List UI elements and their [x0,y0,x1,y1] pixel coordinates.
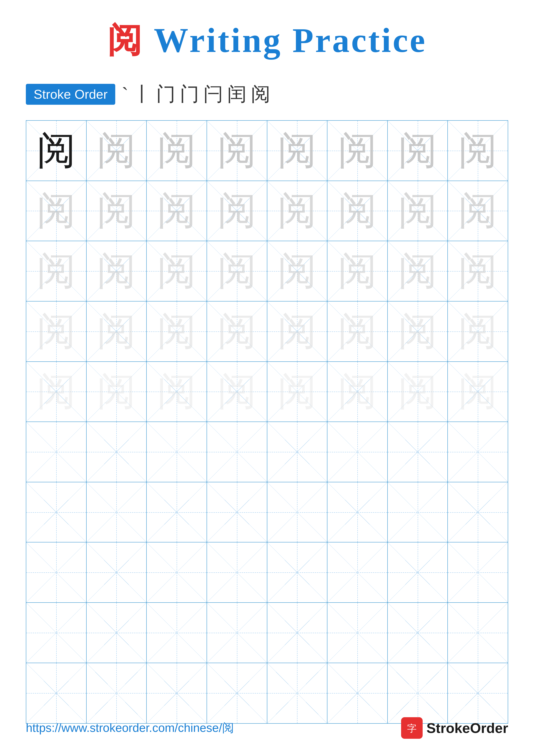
practice-char: 阅 [458,312,497,351]
grid-cell[interactable] [327,542,388,603]
grid-cell[interactable]: 阅 [448,181,508,241]
practice-char: 阅 [458,372,497,411]
practice-char: 阅 [37,312,76,351]
grid-cell[interactable] [267,422,328,482]
grid-cell[interactable]: 阅 [448,121,508,181]
grid-cell[interactable]: 阅 [207,302,267,362]
practice-char: 阅 [278,372,317,411]
grid-cell[interactable]: 阅 [327,241,388,302]
grid-cell[interactable]: 阅 [327,121,388,181]
grid-cell[interactable]: 阅 [448,302,508,362]
grid-cell[interactable]: 阅 [147,181,207,241]
grid-cell[interactable]: 阅 [147,241,207,302]
grid-cell[interactable]: 阅 [207,241,267,302]
grid-cell[interactable] [207,422,267,482]
grid-cell[interactable]: 阅 [87,181,147,241]
grid-cell[interactable] [267,603,328,663]
grid-cell[interactable] [267,542,328,603]
grid-cell[interactable]: 阅 [327,181,388,241]
grid-cell[interactable] [388,663,448,723]
practice-char: 阅 [217,131,256,170]
grid-cell[interactable]: 阅 [267,302,328,362]
grid-cell[interactable] [448,603,508,663]
grid-cell[interactable]: 阅 [267,121,328,181]
grid-cell[interactable] [448,482,508,543]
grid-cell[interactable] [26,542,87,603]
practice-char: 阅 [338,252,377,290]
practice-char: 阅 [217,372,256,411]
grid-cell[interactable]: 阅 [327,302,388,362]
stroke-4: 门 [180,81,199,107]
grid-cell[interactable]: 阅 [388,241,448,302]
grid-cell[interactable]: 阅 [207,362,267,422]
practice-char: 阅 [157,252,196,290]
stroke-sequence: ` 丨 门 门 闩 闰 阅 [122,81,270,107]
grid-cell[interactable] [207,482,267,543]
grid-row-9 [26,603,508,663]
grid-cell[interactable] [87,422,147,482]
grid-cell[interactable] [207,663,267,723]
footer: https://www.strokeorder.com/chinese/阅 字 … [26,717,508,739]
grid-cell[interactable]: 阅 [388,181,448,241]
grid-cell[interactable] [147,663,207,723]
grid-cell[interactable] [327,663,388,723]
grid-cell[interactable]: 阅 [26,121,87,181]
grid-cell[interactable] [147,482,207,543]
footer-brand-name: StrokeOrder [426,720,508,736]
stroke-7: 阅 [251,81,270,107]
grid-cell[interactable] [26,603,87,663]
grid-cell[interactable] [147,603,207,663]
grid-cell[interactable] [26,663,87,723]
grid-row-6 [26,422,508,482]
grid-cell[interactable] [87,482,147,543]
grid-cell[interactable]: 阅 [26,241,87,302]
practice-char: 阅 [217,312,256,351]
grid-cell[interactable]: 阅 [26,302,87,362]
grid-cell[interactable]: 阅 [267,241,328,302]
grid-cell[interactable]: 阅 [448,362,508,422]
grid-cell[interactable] [207,542,267,603]
grid-cell[interactable]: 阅 [26,181,87,241]
grid-cell[interactable]: 阅 [388,121,448,181]
grid-cell[interactable] [87,663,147,723]
grid-cell[interactable]: 阅 [147,362,207,422]
grid-cell[interactable]: 阅 [448,241,508,302]
grid-cell[interactable] [147,542,207,603]
practice-char: 阅 [37,252,76,290]
grid-cell[interactable] [388,482,448,543]
grid-cell[interactable]: 阅 [327,362,388,422]
grid-cell[interactable]: 阅 [388,362,448,422]
grid-cell[interactable]: 阅 [26,362,87,422]
grid-cell[interactable]: 阅 [267,181,328,241]
grid-cell[interactable]: 阅 [87,302,147,362]
grid-cell[interactable] [26,482,87,543]
grid-cell[interactable] [147,422,207,482]
grid-cell[interactable] [267,663,328,723]
grid-cell[interactable] [448,542,508,603]
grid-cell[interactable] [327,603,388,663]
grid-cell[interactable]: 阅 [147,302,207,362]
grid-cell[interactable]: 阅 [147,121,207,181]
grid-cell[interactable] [87,542,147,603]
grid-cell[interactable]: 阅 [87,362,147,422]
grid-cell[interactable] [388,542,448,603]
grid-cell[interactable] [388,422,448,482]
grid-cell[interactable] [26,422,87,482]
grid-cell[interactable] [267,482,328,543]
grid-cell[interactable] [327,482,388,543]
grid-cell[interactable]: 阅 [388,302,448,362]
grid-cell[interactable]: 阅 [87,121,147,181]
practice-char: 阅 [338,191,377,230]
grid-cell[interactable] [207,603,267,663]
grid-cell[interactable] [327,422,388,482]
grid-cell[interactable]: 阅 [87,241,147,302]
grid-cell[interactable]: 阅 [267,362,328,422]
grid-cell[interactable] [448,663,508,723]
grid-cell[interactable] [448,422,508,482]
grid-row-1: 阅 阅 阅 阅 阅 阅 阅 阅 [26,121,508,181]
stroke-2: 丨 [133,81,152,107]
grid-cell[interactable]: 阅 [207,181,267,241]
grid-cell[interactable] [87,603,147,663]
grid-cell[interactable]: 阅 [207,121,267,181]
grid-cell[interactable] [388,603,448,663]
